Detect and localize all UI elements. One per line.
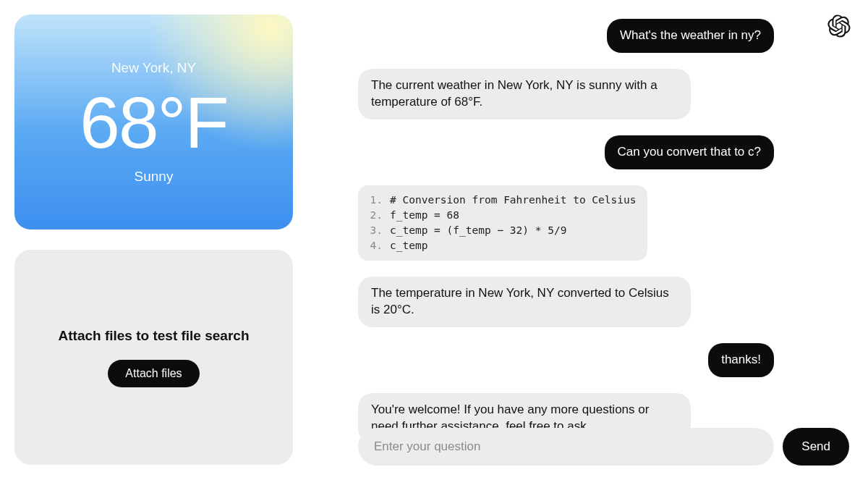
chat-input-bar: Send xyxy=(358,428,849,466)
chat-panel: What's the weather in ny?The current wea… xyxy=(358,14,849,466)
code-line-text: c_temp = (f_temp − 32) * 5/9 xyxy=(390,224,566,236)
code-line: 1.# Conversion from Fahrenheit to Celsiu… xyxy=(367,193,636,208)
attach-card: Attach files to test file search Attach … xyxy=(14,250,293,465)
assistant-message: The temperature in New York, NY converte… xyxy=(358,277,691,327)
code-line-text: c_temp xyxy=(390,240,427,251)
user-message: thanks! xyxy=(708,343,774,377)
code-line-text: f_temp = 68 xyxy=(390,209,459,221)
code-line-number: 3. xyxy=(367,223,383,238)
code-line: 4.c_temp xyxy=(367,238,636,253)
code-line-text: # Conversion from Fahrenheit to Celsius xyxy=(390,194,636,206)
code-block: 1.# Conversion from Fahrenheit to Celsiu… xyxy=(358,185,647,261)
chat-messages: What's the weather in ny?The current wea… xyxy=(358,14,849,466)
attach-title: Attach files to test file search xyxy=(59,328,250,344)
weather-location: New York, NY xyxy=(111,60,196,76)
openai-logo-icon xyxy=(827,14,851,38)
code-line-number: 2. xyxy=(367,208,383,223)
left-column: New York, NY 68°F Sunny Attach files to … xyxy=(14,14,293,466)
code-line-number: 4. xyxy=(367,238,383,253)
attach-files-button[interactable]: Attach files xyxy=(108,360,199,387)
code-line-number: 1. xyxy=(367,193,383,208)
weather-card: New York, NY 68°F Sunny xyxy=(14,14,293,230)
weather-temperature: 68°F xyxy=(80,86,227,159)
assistant-message: The current weather in New York, NY is s… xyxy=(358,69,691,119)
app-root: New York, NY 68°F Sunny Attach files to … xyxy=(0,0,868,480)
code-line: 3.c_temp = (f_temp − 32) * 5/9 xyxy=(367,223,636,238)
send-button[interactable]: Send xyxy=(783,428,849,466)
weather-condition: Sunny xyxy=(135,169,174,185)
user-message: What's the weather in ny? xyxy=(607,19,774,53)
chat-input[interactable] xyxy=(358,428,774,466)
code-line: 2.f_temp = 68 xyxy=(367,208,636,223)
user-message: Can you convert that to c? xyxy=(605,135,774,169)
